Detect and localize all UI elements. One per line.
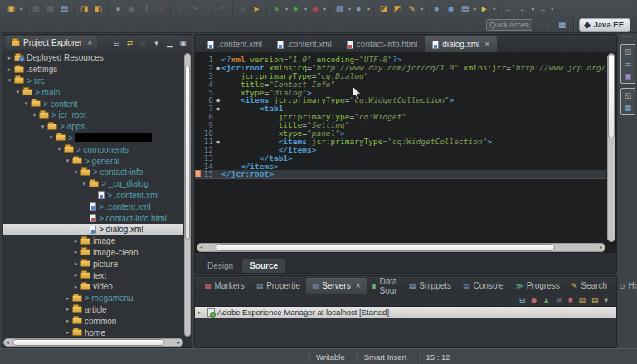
collapse-arrow-icon[interactable]: ▾ bbox=[64, 158, 71, 164]
maximize-icon[interactable]: ▣ bbox=[177, 39, 188, 47]
internal-web-browser-icon[interactable]: ● bbox=[353, 2, 365, 15]
fold-marker-icon[interactable]: ● bbox=[215, 138, 221, 146]
import-package-icon[interactable]: ◧ bbox=[92, 2, 105, 15]
scroll-left-icon[interactable]: ◂ bbox=[4, 339, 12, 346]
export-package-icon[interactable]: ◨ bbox=[78, 2, 90, 15]
perspective-java-ee-button[interactable]: ◆ Java EE bbox=[579, 18, 630, 32]
new-servlet-icon[interactable]: ▨ bbox=[333, 2, 346, 15]
tree-item-image[interactable]: ▸image bbox=[3, 235, 183, 247]
expand-arrow-icon[interactable]: ▸ bbox=[6, 55, 13, 61]
open-resource-icon[interactable]: ◩ bbox=[391, 2, 404, 15]
collapse-arrow-icon[interactable]: ▾ bbox=[31, 112, 38, 119]
code-area[interactable]: 1<?xml version="1.0" encoding="UTF-8"?>2… bbox=[195, 53, 606, 242]
editor-horizontal-scrollbar[interactable]: ◂▸ bbox=[197, 243, 605, 252]
tree-item-common[interactable]: ▸common bbox=[3, 315, 183, 327]
dropdown-arrow-icon[interactable]: ▾ bbox=[493, 6, 495, 12]
tree-vertical-scrollbar[interactable] bbox=[184, 53, 191, 337]
tree-item-Deployed Resources[interactable]: ▸Deployed Resources bbox=[3, 52, 183, 64]
collapse-arrow-icon[interactable]: ▾ bbox=[39, 124, 46, 130]
tree-item-image-clean[interactable]: ▸image-clean bbox=[3, 247, 183, 259]
tree-item-home[interactable]: ▸home bbox=[3, 327, 183, 337]
fold-marker-icon[interactable]: ● bbox=[215, 64, 221, 72]
tree-item-general[interactable]: ▾> general bbox=[3, 155, 183, 167]
link-with-editor-icon[interactable]: ⇄ bbox=[124, 39, 135, 47]
dropdown-arrow-icon[interactable]: ▾ bbox=[323, 6, 326, 12]
tree-horizontal-scrollbar[interactable]: ◂▸ bbox=[3, 338, 183, 347]
close-icon[interactable]: × bbox=[356, 281, 361, 290]
dropdown-arrow-icon[interactable]: ▾ bbox=[551, 6, 553, 12]
suspend-icon[interactable]: ‖ bbox=[140, 2, 153, 15]
view-tab-design[interactable]: Design bbox=[200, 259, 241, 273]
tree-item-content[interactable]: ▾> content bbox=[3, 98, 183, 109]
print-icon[interactable]: ▤ bbox=[58, 2, 71, 15]
outline-view-icon[interactable]: ≔ bbox=[625, 60, 632, 68]
open-perspective-icon[interactable]: ▦ bbox=[556, 18, 568, 32]
step-over-icon[interactable]: ↷ bbox=[188, 2, 201, 15]
server-list-item[interactable]: ▸ Adobe Experience Manager at localhost … bbox=[195, 306, 616, 318]
dropdown-arrow-icon[interactable]: ▾ bbox=[367, 6, 370, 12]
collapse-arrow-icon[interactable]: ▾ bbox=[14, 89, 22, 95]
view-tab-source[interactable]: Source bbox=[242, 259, 285, 273]
minimize-icon[interactable]: ▁ bbox=[164, 39, 175, 47]
tree-item-jcr_root[interactable]: ▾> jcr_root bbox=[3, 109, 183, 121]
dropdown-arrow-icon[interactable]: ▾ bbox=[20, 6, 22, 12]
fold-marker-icon[interactable]: ● bbox=[215, 104, 221, 113]
bottom-tab-search[interactable]: ✎Search bbox=[566, 278, 613, 294]
profile-server-icon[interactable]: ◎ bbox=[556, 296, 562, 304]
project-explorer-tab[interactable]: Project Explorer × bbox=[6, 36, 97, 49]
collapse-arrow-icon[interactable]: ▾ bbox=[72, 169, 80, 176]
restore-view-icon[interactable]: ◱ bbox=[625, 47, 632, 56]
bottom-tab-propertie[interactable]: ▤Propertie bbox=[250, 278, 306, 294]
editor-tab-.content.xml[interactable]: .content.xml bbox=[200, 36, 270, 52]
expand-arrow-icon[interactable]: ▸ bbox=[64, 295, 71, 302]
start-server-icon[interactable]: ▲ bbox=[542, 296, 550, 304]
use-step-filters-icon[interactable]: ≡ bbox=[236, 2, 249, 15]
close-icon[interactable]: × bbox=[87, 38, 92, 47]
tree-item-dialog.xml[interactable]: > dialog.xml bbox=[3, 224, 183, 235]
bottom-tab-history[interactable]: ⊙History bbox=[613, 278, 637, 294]
collapse-arrow-icon[interactable]: ▾ bbox=[47, 134, 55, 141]
debug-server-icon[interactable]: ◆ bbox=[531, 296, 537, 304]
dropdown-arrow-icon[interactable]: ▾ bbox=[474, 6, 476, 12]
tree-item-main[interactable]: ▾> main bbox=[3, 86, 183, 98]
expand-arrow-icon[interactable]: ▸ bbox=[198, 309, 205, 316]
close-icon[interactable]: × bbox=[484, 40, 489, 49]
bottom-tab-console[interactable]: ▤Console bbox=[457, 278, 509, 294]
tree-item-article[interactable]: ▸article bbox=[3, 304, 183, 316]
annotate-icon[interactable]: ✎ bbox=[406, 2, 418, 15]
tree-item-.settings[interactable]: ▸.settings bbox=[3, 64, 183, 75]
collapse-arrow-icon[interactable]: ▾ bbox=[56, 146, 63, 153]
back-history-icon[interactable]: ← bbox=[517, 2, 529, 15]
tree-item-_cq_dialog[interactable]: ▾> _cq_dialog bbox=[3, 178, 183, 190]
dropdown-arrow-icon[interactable]: ▾ bbox=[348, 6, 351, 12]
tree-item-contact-info[interactable]: ▾> contact-info bbox=[3, 167, 183, 178]
new-wizard-icon[interactable]: ▣ bbox=[5, 2, 17, 15]
tree-item-.content.xml[interactable]: > .content.xml bbox=[3, 201, 183, 212]
dropdown-arrow-icon[interactable]: ▾ bbox=[421, 6, 423, 12]
bottom-tab-snippets[interactable]: ▤Snippets bbox=[403, 278, 457, 294]
terminate-icon[interactable]: ■ bbox=[154, 2, 167, 15]
expand-arrow-icon[interactable]: ▸ bbox=[72, 272, 80, 279]
fold-marker-icon[interactable]: ● bbox=[215, 96, 221, 104]
step-return-icon[interactable]: ↑ bbox=[202, 2, 215, 15]
save-all-icon[interactable]: ▩ bbox=[44, 2, 56, 15]
back-icon[interactable]: ← bbox=[503, 2, 515, 15]
world-icon[interactable]: ● bbox=[430, 2, 443, 15]
bottom-tab-servers[interactable]: ▥Servers× bbox=[306, 278, 367, 294]
scroll-right-icon[interactable]: ▸ bbox=[175, 339, 182, 346]
collapse-arrow-icon[interactable]: ▾ bbox=[22, 100, 30, 107]
user-profile-icon[interactable]: ☻ bbox=[445, 2, 457, 15]
view-menu-icon[interactable]: ▾ bbox=[151, 39, 162, 47]
templates-view-icon[interactable]: ▣ bbox=[625, 72, 632, 80]
editor-tab-.content.xml[interactable]: .content.xml bbox=[270, 36, 339, 52]
restore-view-2-icon[interactable]: ◱ bbox=[625, 91, 632, 99]
expand-arrow-icon[interactable]: ▸ bbox=[64, 318, 71, 324]
new-file-stack-icon[interactable]: ▤ bbox=[459, 2, 471, 15]
run-to-line-icon[interactable]: ► bbox=[250, 2, 263, 15]
scroll-left-icon[interactable]: ◂ bbox=[197, 244, 205, 250]
collapse-all-icon[interactable]: ⊟ bbox=[111, 39, 122, 47]
expand-arrow-icon[interactable]: ▸ bbox=[64, 306, 71, 313]
collapse-all-icon[interactable]: ⊟ bbox=[519, 296, 526, 304]
collapse-arrow-icon[interactable]: ▾ bbox=[80, 181, 88, 187]
open-folder-icon[interactable]: ◪ bbox=[377, 2, 390, 15]
